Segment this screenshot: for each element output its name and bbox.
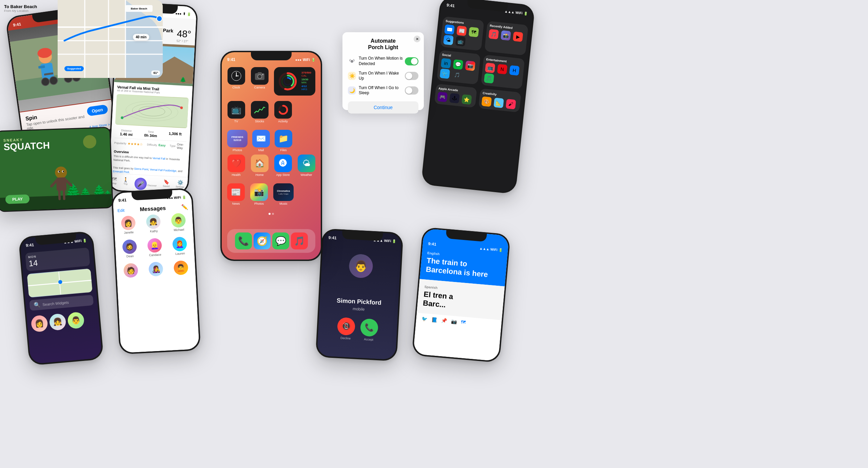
- lib-tiktok[interactable]: 🎵: [452, 70, 462, 80]
- popup-row-wakeup: ☀️ Turn On When I Wake Up: [348, 71, 418, 81]
- app-health[interactable]: ❤️ Health: [227, 155, 245, 177]
- popup-close-button[interactable]: ✕: [414, 36, 420, 42]
- lib-creative3[interactable]: 🖌: [506, 99, 516, 109]
- svg-rect-23: [115, 95, 189, 128]
- lib-game1[interactable]: 🎮: [437, 92, 448, 102]
- messages-compose-button[interactable]: ✏️: [181, 204, 188, 210]
- widgets-search-bar[interactable]: 🔍 Search Widgets: [29, 295, 94, 311]
- lib-weather[interactable]: 🌤: [443, 35, 454, 45]
- maps-widget: [27, 268, 92, 298]
- lib-hulu[interactable]: H: [509, 65, 520, 76]
- lib-twitter[interactable]: 🐦: [440, 68, 450, 79]
- app-stocks[interactable]: Stocks: [251, 101, 269, 123]
- pinterest-icon[interactable]: 📌: [441, 318, 447, 323]
- lib-wechat[interactable]: 💬: [453, 59, 463, 70]
- lib-maps[interactable]: 🗺: [469, 27, 479, 37]
- page-dot-1: [269, 213, 271, 215]
- game-title-block: SNEAKY SQUATCH: [3, 137, 50, 152]
- lib-music[interactable]: 🎵: [489, 29, 499, 39]
- popup-continue-button[interactable]: Continue: [348, 101, 418, 114]
- lib-netflix[interactable]: N: [497, 64, 508, 75]
- app-friends-widget[interactable]: FRIENDS S2019 Photos: [227, 130, 248, 152]
- svg-point-37: [262, 74, 263, 75]
- contact-janelle[interactable]: 👩 Janelle: [121, 216, 136, 235]
- weather-temperature: 48°: [177, 28, 192, 40]
- contact-lauren[interactable]: 👩‍🦰 Lauren: [172, 237, 188, 256]
- app-photos[interactable]: 📸 Photos: [250, 183, 268, 205]
- twitter-icon[interactable]: 🐦: [421, 316, 428, 322]
- messages-edit-button[interactable]: Edit: [117, 208, 124, 213]
- lib-game3[interactable]: ⭐: [461, 94, 472, 105]
- app-files[interactable]: 📁 Files: [275, 130, 292, 152]
- svg-point-32: [236, 75, 237, 77]
- library-main: 9:41 ▲▲▲ WiFi 🔋 Suggestions ✉️ 📰 🗺 🌤 📺: [422, 0, 534, 193]
- decline-group: 📵 Decline: [337, 317, 355, 341]
- activity-widget: 375/500 CAL 19/30 MIN 4/12 HRS: [274, 67, 315, 96]
- tablet-game-screen: 🌲 🌲 🌲 🌲 SNEAKY S: [0, 128, 112, 211]
- game-play-button[interactable]: PLAY: [5, 195, 30, 204]
- lib-mail[interactable]: ✉️: [444, 24, 455, 35]
- lib-news[interactable]: 📰: [456, 26, 467, 36]
- maps-share-icon[interactable]: 🗺: [460, 319, 466, 325]
- lib-youtube[interactable]: ▶: [513, 32, 523, 42]
- popup-sleep-icon: 🌙: [348, 86, 356, 95]
- contact-row3-3[interactable]: 🧑‍🦱: [174, 260, 189, 276]
- contact-dean[interactable]: 🧔 Dean: [122, 239, 137, 258]
- contact-michael[interactable]: 👨 Michael: [171, 213, 186, 232]
- svg-text:🌲: 🌲: [180, 76, 187, 83]
- app-tv[interactable]: 📺 TV: [227, 101, 245, 123]
- dock-safari[interactable]: 🧭: [254, 232, 271, 249]
- app-news[interactable]: 📰 News: [227, 183, 245, 205]
- instagram-icon[interactable]: 📷: [451, 318, 457, 324]
- popup-motion-icon: [348, 57, 356, 65]
- dock: 📞 🧭 💬 🎵: [227, 229, 315, 253]
- decline-label: Decline: [337, 336, 354, 341]
- status-bar-call: 9:41 ▲▲▲ WiFi 🔋: [323, 230, 402, 246]
- contact-kathy[interactable]: 👧 Kathy: [146, 214, 161, 233]
- widget-person-2: 👧: [49, 313, 66, 331]
- app-weather-icon[interactable]: 🌤 Weather: [297, 155, 315, 177]
- game-main: 🌲 🌲 🌲 🌲 SNEAKY S: [0, 128, 112, 211]
- automation-popup: ✕ AutomatePorch Light Turn On When Motio…: [342, 32, 424, 110]
- nav-trip[interactable]: 🚶Trip: [122, 177, 129, 189]
- widgets-people-row: 👩 👧 👨: [26, 308, 100, 335]
- lib-photos2[interactable]: 📸: [500, 30, 511, 41]
- nav-discover[interactable]: 🎤 Discover: [134, 178, 157, 191]
- contact-row3-1[interactable]: 🧑: [123, 263, 138, 279]
- app-camera[interactable]: Camera: [251, 67, 269, 89]
- spin-open-button[interactable]: Open: [86, 104, 108, 116]
- popup-wakeup-toggle[interactable]: [405, 72, 418, 80]
- app-clock[interactable]: Clock: [227, 67, 245, 89]
- contact-candace[interactable]: 👱‍♀️ Candace: [147, 238, 162, 257]
- lib-itv[interactable]: 📺: [485, 63, 495, 73]
- facebook-icon[interactable]: 📘: [431, 317, 437, 322]
- dock-phone[interactable]: 📞: [235, 232, 252, 249]
- messages-title: Messages: [124, 204, 181, 213]
- app-chromatica[interactable]: Chromatica Lady Gaga Music: [273, 183, 294, 205]
- lib-creative2[interactable]: 📐: [493, 98, 504, 108]
- dock-music[interactable]: 🎵: [291, 232, 308, 249]
- app-mail[interactable]: ✉️ Mail: [252, 130, 270, 152]
- popup-motion-toggle[interactable]: [405, 57, 418, 65]
- siri-button[interactable]: 🎤: [134, 178, 147, 190]
- app-appstore[interactable]: 🅐 App Store: [274, 155, 292, 177]
- app-grid-row2: 📺 TV Stocks: [222, 101, 321, 128]
- lib-game2[interactable]: 🕹: [449, 93, 460, 103]
- dock-messages[interactable]: 💬: [272, 232, 289, 249]
- lib-instagram[interactable]: 📷: [465, 61, 475, 71]
- lib-creative1[interactable]: 🎨: [481, 96, 492, 107]
- lib-tv[interactable]: 📺: [455, 36, 466, 46]
- caller-avatar: 👨: [349, 253, 374, 279]
- app-home[interactable]: 🏠 Home: [251, 155, 269, 177]
- trail-map: [115, 94, 189, 128]
- lib-spotify[interactable]: 🎵: [484, 73, 494, 84]
- popup-sleep-toggle[interactable]: [405, 86, 418, 95]
- lib-linkedin[interactable]: in: [441, 58, 451, 68]
- contact-row3-2[interactable]: 👩‍🎤: [149, 262, 163, 277]
- maps-suggested-badge: Suggested: [64, 66, 84, 71]
- svg-point-54: [157, 16, 162, 21]
- decline-button[interactable]: 📵: [337, 317, 356, 336]
- app-activity-icon[interactable]: Activity: [274, 101, 292, 123]
- accept-button[interactable]: 📞: [360, 318, 379, 337]
- phone-messages-screen: 9:41 ●●● WiFi 🔋 Edit Messages ✏️ 👩 Janel…: [113, 189, 199, 353]
